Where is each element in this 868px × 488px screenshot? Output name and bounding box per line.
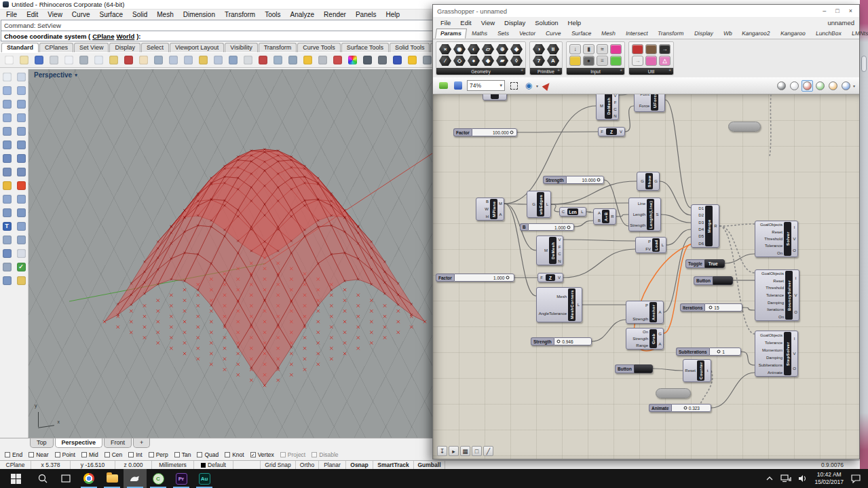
node-demesh-1[interactable]: MDeMeshVFCN	[596, 94, 619, 120]
expand-group-icon[interactable]: +	[521, 68, 523, 73]
tray-chevron-icon[interactable]	[766, 475, 774, 482]
menu-view[interactable]: View	[43, 11, 67, 18]
cut-icon[interactable]	[77, 54, 91, 67]
port-in[interactable]: Strength	[630, 223, 645, 227]
gh-tab-sets[interactable]: Sets	[492, 29, 514, 39]
palette-icon-geometry-7[interactable]: ∕	[439, 56, 451, 66]
node-unit-z-1[interactable]: FZV	[598, 127, 625, 136]
menu-render[interactable]: Render	[319, 11, 351, 18]
explode-icon[interactable]	[1, 180, 13, 191]
viewport-tab-new[interactable]: +	[133, 438, 150, 448]
gh-menu-display[interactable]: Display	[499, 19, 530, 26]
toolbar-tab-surface-tools[interactable]: Surface Tools	[341, 43, 389, 52]
viewport-tab-front[interactable]: Front	[104, 438, 132, 448]
slider-track[interactable]: 1.000	[454, 274, 514, 282]
slider-track[interactable]: 1.000	[528, 223, 574, 231]
minimize-button[interactable]: –	[823, 7, 826, 14]
scrollbar-thumb[interactable]	[861, 56, 867, 72]
node-toggle[interactable]: ToggleTrue	[685, 259, 725, 268]
port-out[interactable]: C	[556, 252, 563, 256]
port-in[interactable]: Strength	[627, 317, 648, 321]
slider-track[interactable]: 0.946	[554, 337, 592, 345]
status-grid-snap[interactable]: Grid Snap	[261, 461, 296, 469]
trim-icon[interactable]	[16, 207, 27, 219]
button-value[interactable]	[713, 276, 733, 285]
cylinder-icon[interactable]	[1, 166, 13, 178]
display-mode-2-icon[interactable]	[789, 80, 800, 92]
port-out[interactable]: O	[791, 248, 797, 252]
hide-icon[interactable]	[1, 275, 13, 286]
osnap-tool-icon[interactable]	[286, 54, 300, 67]
gh-tab-lunchbox[interactable]: LunchBox	[810, 29, 847, 39]
palette-icon-geometry-2[interactable]: ◉	[453, 44, 466, 54]
palette-icon-util-1[interactable]	[632, 44, 643, 54]
status-default[interactable]: Default	[194, 461, 233, 469]
gh-menu-view[interactable]: View	[476, 19, 499, 26]
port-in[interactable]: Tolerance	[756, 244, 782, 248]
select-icon[interactable]	[1, 71, 13, 83]
osnap-int[interactable]: Int	[128, 451, 142, 458]
port-out[interactable]: R	[609, 214, 616, 219]
box-icon[interactable]	[1, 153, 13, 164]
slider-handle[interactable]	[683, 407, 687, 410]
port-out[interactable]: O	[791, 367, 797, 371]
zoom-icon[interactable]	[166, 54, 181, 67]
node-factor-100[interactable]: Factor100.000	[453, 128, 517, 136]
rendered-view-icon[interactable]	[375, 54, 390, 67]
port-in[interactable]: B	[595, 219, 601, 223]
gh-menu-solution[interactable]: Solution	[530, 19, 563, 26]
node-merge[interactable]: D1D2D3D4D5D6MergeR	[691, 204, 719, 248]
osnap-point[interactable]: Point	[55, 451, 75, 458]
taskbar-file-explorer[interactable]	[100, 469, 124, 488]
port-in[interactable]: Momentum	[756, 348, 782, 352]
status-cplane[interactable]: CPlane	[0, 461, 31, 469]
smash-icon[interactable]	[16, 180, 27, 191]
port-out[interactable]: F	[612, 100, 618, 105]
circle-icon[interactable]	[1, 98, 13, 110]
node-counter[interactable]: ResetCountert	[683, 359, 711, 382]
osnap-mid[interactable]: Mid	[81, 451, 98, 458]
node-meshcorners[interactable]: MeshAngleToleranceMeshCornersL	[536, 287, 582, 322]
toolbar-tab-standard[interactable]: Standard	[1, 43, 39, 52]
port-in[interactable]: W	[477, 207, 489, 211]
node-demesh-2[interactable]: MDeMeshVFCN	[536, 236, 563, 265]
port-in[interactable]: On	[756, 315, 784, 319]
color-wheel-icon[interactable]	[345, 54, 360, 67]
fillet-icon[interactable]	[1, 193, 13, 205]
palette-icon-geometry-11[interactable]: ▰	[496, 56, 508, 66]
checkbox-tan[interactable]	[174, 452, 180, 457]
palette-icon-input-3[interactable]: ≈	[597, 44, 608, 54]
slider-track[interactable]: 1	[709, 348, 741, 356]
surface-corner-icon[interactable]	[16, 139, 27, 151]
palette-icon-geometry-9[interactable]: ●	[468, 56, 480, 66]
task-view-button[interactable]	[54, 469, 77, 488]
node-capsule-1[interactable]	[728, 121, 761, 132]
osnap-quad[interactable]: Quad	[197, 451, 219, 458]
toolbar-tab-cplanes[interactable]: CPlanes	[39, 43, 73, 52]
node-show[interactable]: GShowG	[637, 172, 660, 191]
print-icon[interactable]	[47, 54, 61, 67]
copy-object-icon[interactable]	[16, 234, 27, 246]
port-in[interactable]: Reset	[756, 230, 782, 234]
node-animate[interactable]: Animate0.323	[649, 404, 711, 412]
node-iterations[interactable]: Iterations15	[680, 303, 742, 312]
port-in[interactable]: AngleTolerance	[537, 312, 567, 316]
palette-icon-input-1[interactable]: ↓	[569, 44, 581, 54]
port-out[interactable]: S	[654, 212, 660, 217]
canvas-widget-3-icon[interactable]: ▦	[460, 446, 470, 456]
checkbox-point[interactable]	[55, 452, 60, 457]
port-in[interactable]: Length	[630, 212, 645, 217]
taskbar-rhino-active[interactable]	[124, 469, 147, 488]
port-out[interactable]: O	[793, 310, 799, 314]
lock-icon[interactable]	[316, 54, 330, 67]
port-in[interactable]: M	[537, 248, 548, 252]
node-unit-z-2[interactable]: FZV	[537, 273, 563, 282]
port-in[interactable]: Line	[630, 202, 645, 206]
viewport-tab-perspective[interactable]: Perspective	[55, 438, 103, 448]
palette-icon-input-2[interactable]: ▮	[583, 44, 595, 54]
port-out[interactable]: L	[575, 303, 582, 307]
port-in[interactable]: SubIterations	[756, 363, 782, 367]
node-load[interactable]: PFVLoadL	[635, 237, 666, 253]
copy-icon[interactable]	[92, 54, 106, 67]
display-mode-5-icon[interactable]	[827, 80, 839, 92]
